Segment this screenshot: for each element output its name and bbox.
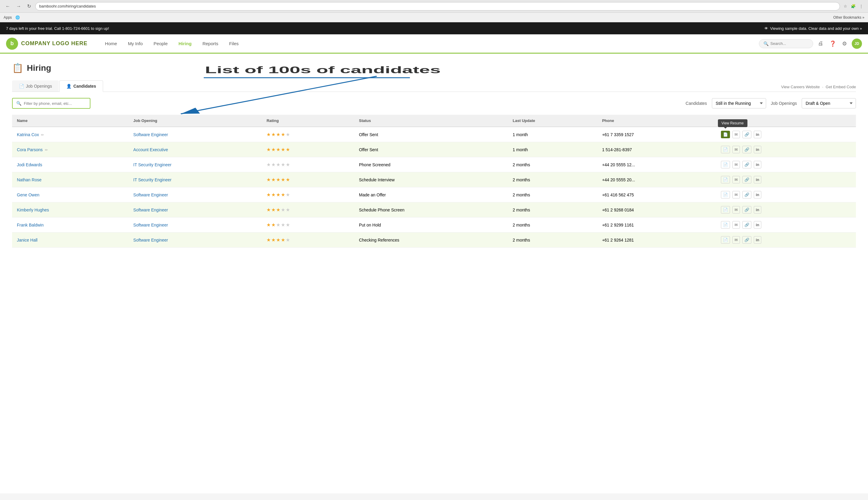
linkedin-button[interactable]: in [754,176,761,183]
view-resume-button[interactable]: 📄 [721,161,730,168]
star-filled[interactable]: ★ [286,147,290,152]
star-empty[interactable]: ★ [266,162,271,168]
view-resume-button[interactable]: 📄 [721,146,730,153]
candidate-name-link[interactable]: Cora Parsons [17,147,43,152]
tab-candidates[interactable]: 👤 Candidates [59,80,103,92]
send-email-button[interactable]: ✉ [732,191,740,198]
view-resume-button[interactable]: 📄 [721,236,730,244]
copy-link-button[interactable]: 🔗 [742,191,752,198]
star-empty[interactable]: ★ [281,222,285,228]
star-empty[interactable]: ★ [271,162,276,168]
job-opening-link[interactable]: Account Executive [133,147,168,152]
star-filled[interactable]: ★ [266,222,271,228]
view-resume-button[interactable]: 📄 [721,191,730,198]
star-filled[interactable]: ★ [286,177,290,183]
star-filled[interactable]: ★ [266,192,271,197]
view-resume-button[interactable]: 📄 [721,176,730,183]
filter-search-box[interactable]: 🔍 [12,98,90,109]
job-opening-link[interactable]: Software Engineer [133,132,168,137]
star-empty[interactable]: ★ [286,192,290,197]
job-opening-link[interactable]: Software Engineer [133,238,168,242]
candidate-name-link[interactable]: Kimberly Hughes [17,207,49,212]
star-empty[interactable]: ★ [276,222,280,228]
help-button[interactable]: ❓ [828,39,837,48]
linkedin-button[interactable]: in [754,206,761,214]
star-filled[interactable]: ★ [281,177,285,183]
copy-link-button[interactable]: 🔗 [742,161,752,168]
sample-data-text[interactable]: Viewing sample data. Clear data and add … [770,26,862,31]
star-filled[interactable]: ★ [266,207,271,213]
reload-button[interactable]: ↻ [25,2,33,10]
star-filled[interactable]: ★ [266,132,271,137]
star-empty[interactable]: ★ [286,207,290,213]
star-filled[interactable]: ★ [271,192,276,197]
star-empty[interactable]: ★ [286,132,290,137]
job-opening-link[interactable]: Software Engineer [133,192,168,197]
candidates-filter-select[interactable]: Still in the Running All Hired Rejected [712,98,766,109]
extensions-button[interactable]: 🧩 [849,3,857,9]
star-filled[interactable]: ★ [271,132,276,137]
send-email-button[interactable]: ✉ [732,236,740,244]
candidate-name-link[interactable]: Nathan Rose [17,178,42,182]
view-careers-website-link[interactable]: View Careers Website [781,84,820,89]
candidate-name-link[interactable]: Janice Hall [17,238,37,242]
nav-home[interactable]: Home [99,34,122,54]
nav-reports[interactable]: Reports [197,34,224,54]
star-filled[interactable]: ★ [281,147,285,152]
linkedin-button[interactable]: in [754,146,761,153]
star-filled[interactable]: ★ [271,147,276,152]
copy-link-button[interactable]: 🔗 [742,176,752,183]
linkedin-button[interactable]: in [754,191,761,198]
view-resume-button[interactable]: 📄 [721,221,730,229]
send-email-button[interactable]: ✉ [732,176,740,183]
send-email-button[interactable]: ✉ [732,131,740,138]
star-filled[interactable]: ★ [271,177,276,183]
tab-job-openings[interactable]: 📄 Job Openings [12,80,59,92]
star-filled[interactable]: ★ [266,147,271,152]
job-opening-link[interactable]: IT Security Engineer [133,162,171,167]
star-empty[interactable]: ★ [286,222,290,228]
star-filled[interactable]: ★ [271,222,276,228]
star-filled[interactable]: ★ [281,132,285,137]
star-filled[interactable]: ★ [271,207,276,213]
copy-link-button[interactable]: 🔗 [742,236,752,244]
star-filled[interactable]: ★ [276,192,280,197]
send-email-button[interactable]: ✉ [732,161,740,168]
forward-button[interactable]: → [14,2,23,10]
nav-hiring[interactable]: Hiring [173,34,197,54]
copy-link-button[interactable]: 🔗 [742,206,752,214]
search-input[interactable] [770,41,806,46]
star-filled[interactable]: ★ [276,177,280,183]
star-filled[interactable]: ★ [276,207,280,213]
copy-link-button[interactable]: 🔗 [742,131,752,138]
star-filled[interactable]: ★ [266,237,271,243]
job-opening-link[interactable]: Software Engineer [133,223,168,227]
star-filled[interactable]: ★ [276,147,280,152]
job-opening-link[interactable]: IT Security Engineer [133,178,171,182]
global-search-box[interactable]: 🔍 [759,39,813,48]
bookmark-star-button[interactable]: ☆ [842,3,848,9]
job-opening-link[interactable]: Software Engineer [133,207,168,212]
linkedin-button[interactable]: in [754,161,761,168]
nav-myinfo[interactable]: My Info [122,34,148,54]
filter-search-input[interactable] [24,101,86,106]
logo-icon[interactable]: b [6,38,18,50]
star-empty[interactable]: ★ [276,162,280,168]
back-button[interactable]: ← [4,2,12,10]
view-resume-button[interactable]: 📄 [721,206,730,214]
get-embed-code-link[interactable]: Get Embed Code [826,84,856,89]
other-bookmarks[interactable]: Other Bookmarks » [833,15,864,20]
candidate-name-link[interactable]: Katrina Cox [17,132,39,137]
avatar[interactable]: JD [852,38,862,49]
star-empty[interactable]: ★ [286,162,290,168]
nav-people[interactable]: People [148,34,173,54]
linkedin-button[interactable]: in [754,131,761,138]
browser-menu-button[interactable]: ⋮ [858,3,864,9]
star-empty[interactable]: ★ [281,162,285,168]
address-bar[interactable]: bamboohr.com/hiring/candidates [35,2,840,11]
star-filled[interactable]: ★ [276,237,280,243]
star-filled[interactable]: ★ [276,132,280,137]
edit-icon[interactable]: ✏ [44,148,48,152]
candidate-name-link[interactable]: Frank Baldwin [17,223,44,227]
linkedin-button[interactable]: in [754,221,761,229]
